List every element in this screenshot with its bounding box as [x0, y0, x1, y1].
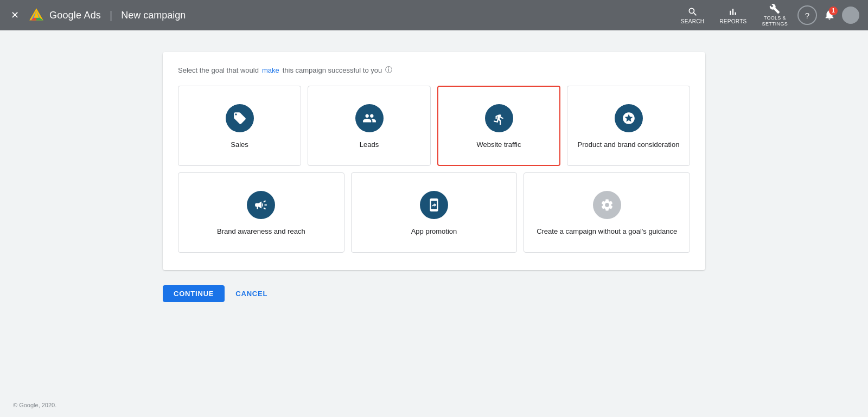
- search-icon: [687, 7, 698, 17]
- close-button[interactable]: ✕: [9, 8, 21, 22]
- prompt-help-icon[interactable]: ⓘ: [385, 65, 392, 75]
- notification-badge: 1: [829, 7, 838, 15]
- app-logo: Google Ads: [28, 7, 101, 24]
- prompt-text-end: this campaign successful to you: [283, 66, 382, 74]
- goal-selection-card: Select the goal that would make this cam…: [163, 52, 705, 270]
- continue-button[interactable]: CONTINUE: [163, 285, 225, 302]
- tools-settings-nav-button[interactable]: TOOLS &SETTINGS: [757, 1, 793, 29]
- product-brand-label: Product and brand consideration: [578, 140, 680, 150]
- search-nav-label: SEARCH: [681, 18, 704, 24]
- people-icon: [362, 111, 376, 125]
- prompt-highlight: make: [262, 66, 279, 74]
- brand-awareness-icon-circle: [247, 191, 275, 219]
- goal-card-leads[interactable]: Leads: [308, 86, 431, 166]
- sales-label: Sales: [231, 140, 248, 150]
- no-goal-label: Create a campaign without a goal's guida…: [537, 227, 677, 236]
- footer: © Google, 2020.: [0, 393, 868, 417]
- app-name-label: Google Ads: [49, 10, 101, 21]
- reports-nav-button[interactable]: REPORTS: [714, 4, 752, 27]
- goals-row-2: Brand awareness and reach App promotion: [178, 172, 690, 253]
- goal-card-product-brand[interactable]: Product and brand consideration: [567, 86, 690, 166]
- notifications-button[interactable]: 1: [821, 7, 838, 24]
- sales-icon-circle: [226, 104, 254, 132]
- card-prompt: Select the goal that would make this cam…: [178, 65, 690, 75]
- app-header: ✕ Google Ads | New campaign SEARCH REP: [0, 0, 868, 30]
- main-content: Select the goal that would make this cam…: [0, 30, 868, 324]
- header-right-actions: SEARCH REPORTS TOOLS &SETTINGS ? 1: [675, 1, 859, 29]
- product-brand-icon-circle: [615, 104, 643, 132]
- search-nav-button[interactable]: SEARCH: [675, 4, 710, 27]
- megaphone-icon: [254, 198, 268, 212]
- cancel-button[interactable]: CANCEL: [227, 285, 276, 302]
- cursor-icon: [492, 111, 506, 125]
- reports-icon: [727, 7, 738, 17]
- google-ads-logo-icon: [28, 7, 45, 24]
- brand-awareness-label: Brand awareness and reach: [217, 227, 305, 236]
- app-promotion-label: App promotion: [411, 227, 457, 236]
- tag-icon: [233, 111, 247, 125]
- page-title: New campaign: [121, 10, 186, 21]
- help-button[interactable]: ?: [797, 5, 817, 25]
- prompt-text-start: Select the goal that would: [178, 66, 259, 74]
- goal-card-no-goal[interactable]: Create a campaign without a goal's guida…: [524, 172, 690, 253]
- goal-card-sales[interactable]: Sales: [178, 86, 301, 166]
- website-traffic-icon-circle: [485, 104, 513, 132]
- website-traffic-label: Website traffic: [477, 140, 521, 150]
- goal-card-app-promotion[interactable]: App promotion: [351, 172, 518, 253]
- tools-settings-nav-label: TOOLS &SETTINGS: [762, 15, 788, 27]
- goal-card-website-traffic[interactable]: Website traffic: [437, 86, 560, 166]
- copyright-text: © Google, 2020.: [13, 402, 56, 408]
- gear-icon: [600, 198, 614, 212]
- stars-icon: [622, 111, 636, 125]
- app-promotion-icon-circle: [420, 191, 448, 219]
- no-goal-icon-circle: [593, 191, 621, 219]
- tools-settings-icon: [769, 3, 780, 14]
- user-avatar[interactable]: [842, 7, 859, 24]
- page-body: Select the goal that would make this cam…: [0, 30, 868, 417]
- phone-icon: [427, 198, 441, 212]
- bottom-actions: CONTINUE CANCEL: [163, 285, 705, 302]
- leads-icon-circle: [355, 104, 384, 132]
- goal-card-brand-awareness[interactable]: Brand awareness and reach: [178, 172, 344, 253]
- goals-row-1: Sales Leads: [178, 86, 690, 166]
- reports-nav-label: REPORTS: [719, 18, 746, 24]
- header-divider: |: [110, 9, 112, 22]
- leads-label: Leads: [360, 140, 379, 150]
